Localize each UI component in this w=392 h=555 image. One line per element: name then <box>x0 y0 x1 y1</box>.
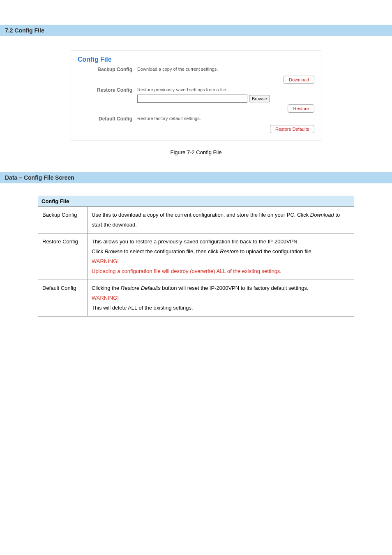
table-row: Restore Config This allows you to restor… <box>38 234 354 280</box>
data-table: Config File Backup Config Use this to do… <box>38 196 354 317</box>
panel-label-default: Default Config <box>78 116 137 122</box>
cell-body-default: Clicking the Restore Defaults button wil… <box>88 280 354 317</box>
warning-label: WARNING! <box>92 293 350 303</box>
restore-defaults-button[interactable]: Restore Defaults <box>270 125 314 133</box>
browse-button[interactable]: Browse <box>249 95 270 102</box>
table-row: Backup Config Use this to download a cop… <box>38 207 354 234</box>
text-line: Click Browse to select the configuration… <box>92 247 350 257</box>
text: This allows you to restore a previously-… <box>92 237 350 247</box>
panel-body-default: Restore factory default settings. Restor… <box>137 116 314 133</box>
panel-row-backup: Backup Config Download a copy of the cur… <box>78 67 314 84</box>
em-restore: Restore <box>220 248 239 254</box>
panel-title: Config File <box>78 56 314 63</box>
panel-row-restore: Restore Config Restore previously saved … <box>78 87 314 113</box>
section-bar-data: Data – Config File Screen <box>0 172 392 183</box>
page: 7.2 Config File Config File Backup Confi… <box>0 0 392 317</box>
panel-desc-restore: Restore previously saved settings from a… <box>137 87 314 92</box>
text: Click <box>92 248 105 254</box>
panel-body-restore: Restore previously saved settings from a… <box>137 87 314 113</box>
panel-desc-default: Restore factory default settings. <box>137 116 314 121</box>
file-select-row: Browse <box>137 95 314 103</box>
file-path-input[interactable] <box>137 95 247 103</box>
text-line: Clicking the Restore Defaults button wil… <box>92 283 350 293</box>
panel-label-restore: Restore Config <box>78 87 137 93</box>
cell-body-restore: This allows you to restore a previously-… <box>88 234 354 280</box>
cell-label-backup: Backup Config <box>38 207 88 234</box>
warning-label: WARNING! <box>92 257 350 266</box>
table-row: Default Config Clicking the Restore Defa… <box>38 280 354 317</box>
cell-body-backup: Use this to download a copy of the curre… <box>88 207 354 234</box>
text: Use this to download a copy of the curre… <box>92 212 310 218</box>
text: This will delete ALL of the existing set… <box>92 303 350 313</box>
cell-label-restore: Restore Config <box>38 234 88 280</box>
panel-body-backup: Download a copy of the current settings.… <box>137 67 314 84</box>
text: button will reset the IP-2000VPN to its … <box>161 285 309 291</box>
warning-text: Uploading a configuration file will dest… <box>92 266 350 276</box>
em-download: Download <box>310 212 334 218</box>
button-row-backup: Download <box>137 76 314 84</box>
cell-label-default: Default Config <box>38 280 88 317</box>
restore-button[interactable]: Restore <box>288 104 314 113</box>
text: to upload the configuration file. <box>239 248 313 254</box>
table-header: Config File <box>38 196 354 207</box>
panel-wrap: Config File Backup Config Download a cop… <box>0 51 392 141</box>
panel-desc-backup: Download a copy of the current settings. <box>137 67 314 72</box>
button-row-default: Restore Defaults <box>137 125 314 133</box>
download-button[interactable]: Download <box>284 76 314 84</box>
section-bar-config-file: 7.2 Config File <box>0 25 392 36</box>
figure-caption: Figure 7-2 Config File <box>0 149 392 155</box>
em-browse: Browse <box>105 248 122 254</box>
config-file-panel: Config File Backup Config Download a cop… <box>71 51 321 141</box>
panel-row-default: Default Config Restore factory default s… <box>78 116 314 133</box>
text: to select the configuration file, then c… <box>122 248 220 254</box>
text: Clicking the <box>92 285 121 291</box>
button-row-restore: Restore <box>137 104 314 113</box>
em-restore-defaults: Restore Defaults <box>121 285 161 291</box>
panel-label-backup: Backup Config <box>78 67 137 72</box>
